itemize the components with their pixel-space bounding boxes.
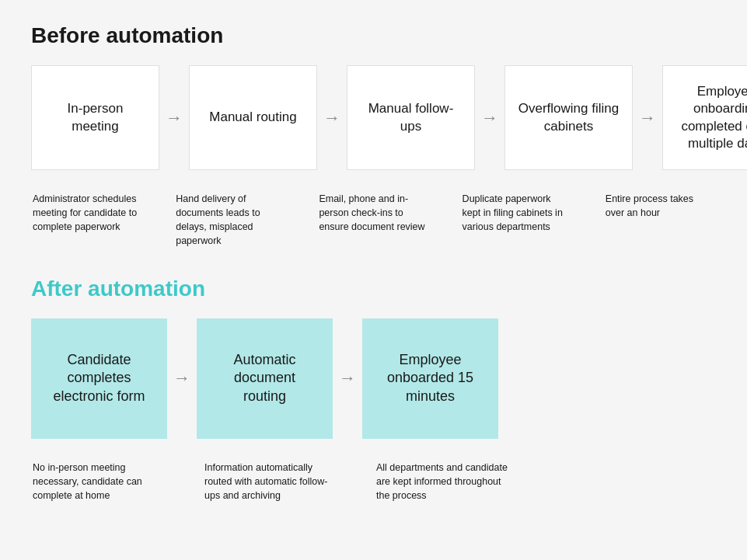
arrow-2: → [317,65,347,170]
after-arrow-icon-2: → [339,368,356,388]
after-box-2: Employee onboarded 15 minutes [362,318,498,439]
after-desc-2: All departments and candidate are kept i… [375,461,511,503]
after-flow-row: Candidate completes electronic form → Au… [31,318,716,439]
before-box-2: Manual follow-ups [347,65,475,170]
after-flow-item-0: Candidate completes electronic form [31,318,167,439]
after-arrow-icon-1: → [173,368,190,388]
after-arrow-2: → [333,318,362,439]
before-box-1: Manual routing [189,65,317,170]
after-box-0: Candidate completes electronic form [31,318,167,439]
arrow-icon-1: → [166,108,183,128]
before-desc-1: Hand delivery of documents leads to dela… [174,192,286,249]
before-desc-0: Administrator schedules meeting for cand… [31,192,143,234]
after-box-1: Automatic document routing [197,318,333,439]
before-flow-item-0: In-person meeting [31,65,159,170]
before-flow-item-4: Employee onboarding completed over multi… [662,65,747,170]
after-desc-1: Information automatically routed with au… [203,461,339,503]
before-box-3: Overflowing filing cabinets [504,65,633,170]
before-desc-2: Email, phone and in-person check-ins to … [317,192,429,234]
before-desc-4: Entire process takes over an hour [604,192,716,220]
arrow-icon-4: → [639,108,656,128]
arrow-icon-3: → [481,108,498,128]
before-flow-row: In-person meeting → Manual routing → Man… [31,65,716,170]
before-box-4: Employee onboarding completed over multi… [662,65,747,170]
after-desc-row: No in-person meeting necessary, candidat… [31,450,716,503]
after-desc-0: No in-person meeting necessary, candidat… [31,461,167,503]
after-flow-item-1: Automatic document routing [197,318,333,439]
after-flow-item-2: Employee onboarded 15 minutes [362,318,498,439]
before-flow-item-3: Overflowing filing cabinets [504,65,633,170]
before-box-0: In-person meeting [31,65,159,170]
before-flow-item-2: Manual follow-ups [347,65,475,170]
after-section: After automation Candidate completes ele… [31,277,716,503]
arrow-1: → [159,65,189,170]
before-title: Before automation [31,23,716,48]
after-arrow-1: → [167,318,197,439]
arrow-3: → [475,65,504,170]
after-title: After automation [31,277,716,301]
before-section: Before automation In-person meeting → Ma… [31,23,716,249]
arrow-icon-2: → [323,108,340,128]
before-flow-item-1: Manual routing [189,65,317,170]
arrow-4: → [633,65,662,170]
before-desc-3: Duplicate paperwork kept in filing cabin… [461,192,573,234]
before-desc-row: Administrator schedules meeting for cand… [31,181,716,249]
